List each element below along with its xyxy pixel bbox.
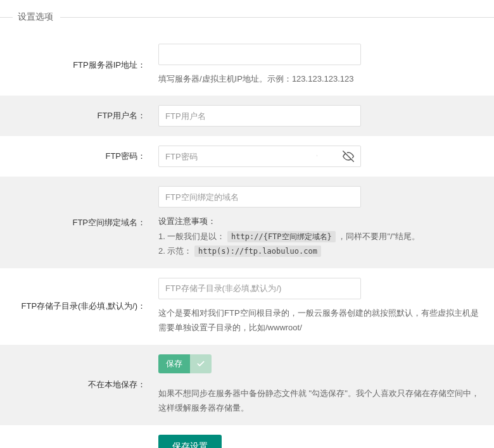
row-ftp-ip: FTP服务器IP地址： 填写服务器/虚拟主机IP地址。示例：123.123.12… xyxy=(0,34,494,96)
row-ftp-user: FTP用户名： xyxy=(0,96,494,136)
note-line-1: 1. 一般我们是以： http://{FTP空间绑定域名} ，同样不要用"/"结… xyxy=(158,229,481,244)
label-ftp-ip: FTP服务器IP地址： xyxy=(0,34,152,96)
label-ftp-subdir: FTP存储子目录(非必填,默认为/)： xyxy=(0,268,152,345)
ftp-subdir-input[interactable] xyxy=(158,278,361,299)
ftp-user-input[interactable] xyxy=(158,105,361,127)
help-ftp-ip: 填写服务器/虚拟主机IP地址。示例：123.123.123.123 xyxy=(158,72,481,86)
label-ftp-user: FTP用户名： xyxy=(0,96,152,136)
eye-toggle-icon[interactable] xyxy=(342,150,355,163)
row-ftp-subdir: FTP存储子目录(非必填,默认为/)： 这个是要相对我们FTP空间根目录的，一般… xyxy=(0,268,494,345)
fieldset-title: 设置选项 xyxy=(0,0,494,34)
row-ftp-password: FTP密码： xyxy=(0,136,494,177)
help-local-save: 如果不想同步在服务器中备份静态文件就 "勾选保存"。我个人喜欢只存储在存储空间中… xyxy=(158,386,481,416)
ftp-domain-input[interactable] xyxy=(158,186,361,208)
row-ftp-domain: FTP空间绑定域名： 设置注意事项： 1. 一般我们是以： http://{FT… xyxy=(0,177,494,268)
label-ftp-password: FTP密码： xyxy=(0,136,152,177)
ftp-ip-input[interactable] xyxy=(158,44,361,65)
help-ftp-subdir: 这个是要相对我们FTP空间根目录的，一般云服务器创建的就按照默认，有些虚拟主机是… xyxy=(158,306,481,335)
code-domain-template: http://{FTP空间绑定域名} xyxy=(227,231,336,242)
check-icon xyxy=(190,354,212,373)
notes-title: 设置注意事项： xyxy=(158,214,481,228)
label-ftp-domain: FTP空间绑定域名： xyxy=(0,177,152,268)
row-local-save: 不在本地保存： 保存 如果不想同步在服务器中备份静态文件就 "勾选保存"。我个人… xyxy=(0,345,494,425)
note-line-2: 2. 示范： http(s)://ftp.laobuluo.com xyxy=(158,244,481,259)
row-submit: 保存设置 xyxy=(0,425,494,448)
password-wrapper xyxy=(158,146,361,167)
save-toggle[interactable]: 保存 xyxy=(158,354,212,373)
code-domain-example: http(s)://ftp.laobuluo.com xyxy=(194,246,321,257)
settings-form: 设置选项 FTP服务器IP地址： 填写服务器/虚拟主机IP地址。示例：123.1… xyxy=(0,0,494,448)
label-local-save: 不在本地保存： xyxy=(0,345,152,425)
help-ftp-domain: 设置注意事项： 1. 一般我们是以： http://{FTP空间绑定域名} ，同… xyxy=(158,214,481,259)
ftp-password-input[interactable] xyxy=(158,146,361,167)
save-toggle-label: 保存 xyxy=(158,354,190,373)
save-settings-button[interactable]: 保存设置 xyxy=(158,435,222,448)
